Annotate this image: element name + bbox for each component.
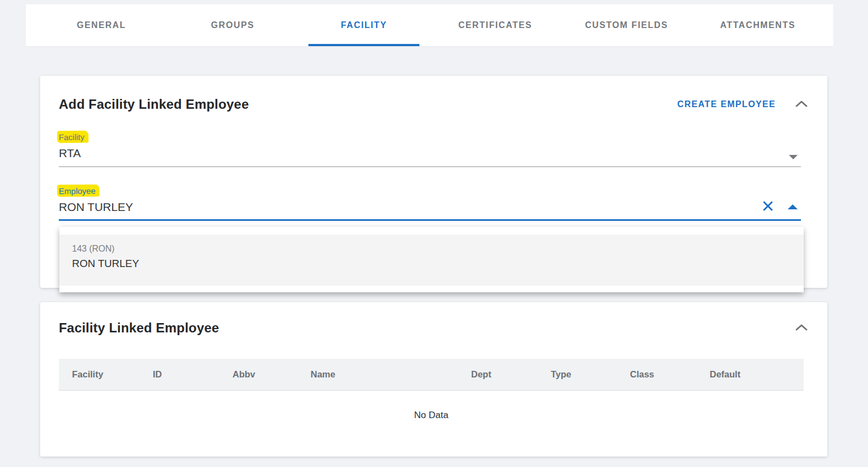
- column-header-type: Type: [551, 369, 630, 380]
- collapse-list-card-button[interactable]: [794, 321, 809, 335]
- chevron-up-icon: [795, 324, 808, 333]
- column-header-id: ID: [153, 369, 233, 380]
- suggestion-id-line: 143 (RON): [72, 244, 804, 254]
- facility-linked-employee-card: Facility Linked Employee Facility ID Abb…: [40, 302, 827, 457]
- column-header-abbv: Abbv: [233, 369, 311, 380]
- caret-down-icon: [789, 155, 798, 159]
- employee-clear-button[interactable]: [762, 201, 773, 213]
- table-empty-state: No Data: [59, 410, 804, 421]
- chevron-up-icon: [795, 100, 808, 109]
- tab-attachments[interactable]: ATTACHMENTS: [692, 4, 823, 46]
- tab-bar: GENERAL GROUPS FACILITY CERTIFICATES CUS…: [26, 4, 833, 46]
- column-header-name: Name: [311, 369, 471, 380]
- employee-suggestions-popup: 143 (RON) RON TURLEY: [59, 227, 804, 292]
- tab-general[interactable]: GENERAL: [36, 4, 167, 46]
- list-card-title: Facility Linked Employee: [59, 320, 219, 336]
- facility-select-field: Facility RTA: [59, 131, 801, 167]
- facility-dropdown-button[interactable]: [789, 155, 798, 159]
- add-card-header: Add Facility Linked Employee CREATE EMPL…: [40, 76, 827, 112]
- employee-suggestion-option[interactable]: 143 (RON) RON TURLEY: [59, 235, 804, 286]
- add-card-header-actions: CREATE EMPLOYEE: [677, 97, 809, 112]
- list-card-header: Facility Linked Employee: [40, 302, 827, 336]
- add-card-title: Add Facility Linked Employee: [59, 97, 249, 112]
- employee-field-underline: [59, 219, 801, 221]
- tab-custom-fields[interactable]: CUSTOM FIELDS: [561, 4, 692, 46]
- column-header-class: Class: [630, 369, 710, 380]
- column-header-default: Default: [710, 369, 804, 380]
- create-employee-button[interactable]: CREATE EMPLOYEE: [677, 99, 776, 109]
- tab-certificates[interactable]: CERTIFICATES: [429, 4, 561, 46]
- employee-input-value[interactable]: RON TURLEY: [59, 201, 801, 221]
- suggestion-name-line: RON TURLEY: [72, 258, 804, 270]
- column-header-facility: Facility: [72, 369, 153, 380]
- tab-facility[interactable]: FACILITY: [298, 4, 430, 46]
- facility-select-value[interactable]: RTA: [59, 147, 801, 167]
- facility-field-label: Facility: [57, 131, 89, 143]
- employee-autocomplete-field: Employee RON TURLEY: [59, 185, 801, 221]
- facility-field-underline: [59, 166, 801, 167]
- collapse-add-card-button[interactable]: [794, 97, 809, 112]
- employee-dropdown-close-button[interactable]: [788, 204, 798, 209]
- column-header-dept: Dept: [471, 369, 551, 380]
- employee-table-header-row: Facility ID Abbv Name Dept Type Class De…: [59, 359, 804, 391]
- clear-x-icon: [762, 201, 773, 213]
- employee-field-label: Employee: [57, 185, 99, 197]
- caret-up-icon: [788, 204, 798, 209]
- tab-groups[interactable]: GROUPS: [167, 4, 298, 46]
